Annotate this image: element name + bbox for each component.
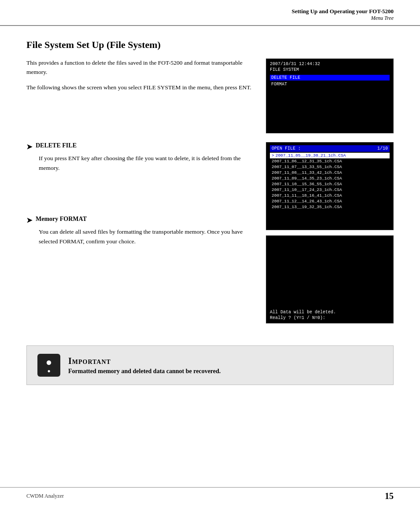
intro-text: This provides a function to delete the f…: [26, 59, 255, 77]
bullet-delete-file: ➤ DELETE FILE If you press ENT key after…: [26, 142, 255, 172]
screen2-file-3: 2007_11_07__13_33_55_1ch.CSA: [270, 164, 390, 170]
important-body: Formatted memory and deleted data cannot…: [68, 368, 383, 375]
screen2-open-label: OPEN FILE :: [272, 146, 301, 151]
screen2-file-9: 2007_11_12__14_26_43_1ch.CSA: [270, 198, 390, 204]
intro-row: This provides a function to delete the f…: [26, 59, 394, 133]
important-icon-inner: ● ●: [46, 357, 52, 374]
screen2-row-selected: > 2007_11_05__19_30_21_1ch.CSA: [270, 153, 390, 158]
header-title: Setting Up and Operating your FOT-5200: [26, 8, 394, 15]
screen2-page: 1/10: [377, 146, 388, 151]
important-title: Important: [68, 356, 383, 366]
screen2-file-10: 2007_11_13__19_32_35_1ch.CSA: [270, 204, 390, 210]
intro-left: This provides a function to delete the f…: [26, 59, 255, 133]
screen1: 2007/10/31 12:44:32 FILE SYSTEM DELETE F…: [266, 59, 394, 133]
important-icon: ● ●: [37, 354, 60, 377]
footer-page: 15: [385, 491, 394, 501]
bullets-left: ➤ DELETE FILE If you press ENT key after…: [26, 142, 255, 323]
screen2-arrow-icon: >: [272, 153, 274, 158]
bullet2-body: You can delete all saved files by format…: [39, 227, 255, 246]
bullet1-body: If you press ENT key after choosing the …: [39, 154, 255, 172]
important-icon-dot: ●: [47, 368, 50, 374]
bullet1-label: DELETE FILE: [36, 142, 77, 149]
screen2-file-2: 2007_11_06__12_31_35_1ch.CSA: [270, 158, 390, 164]
screen2-file-4: 2007_11_08__11_33_42_1ch.CSA: [270, 170, 390, 176]
bullets-and-screens: ➤ DELETE FILE If you press ENT key after…: [26, 142, 394, 323]
important-icon-exclamation: ●: [46, 357, 52, 367]
screen2-header: OPEN FILE : 1/10: [270, 145, 390, 152]
bullet2-label: Memory FORMAT: [36, 216, 87, 223]
main-content: File System Set Up (File System) This pr…: [0, 26, 420, 332]
screen2-file-1: 2007_11_05__19_30_21_1ch.CSA: [276, 153, 346, 158]
important-title-text: Important: [68, 356, 111, 366]
screen3-confirm-line2: Really ? (Y=1 / N=0):: [270, 316, 390, 320]
bullet-memory-format: ➤ Memory FORMAT You can delete all saved…: [26, 216, 255, 246]
screen2-file-7: 2007_11_10__17_24_23_1ch.CSA: [270, 187, 390, 193]
screens-right: OPEN FILE : 1/10 > 2007_11_05__19_30_21_…: [266, 142, 394, 323]
screen1-container: 2007/10/31 12:44:32 FILE SYSTEM DELETE F…: [266, 59, 394, 133]
page-footer: CWDM Analyzer 15: [0, 487, 420, 501]
screen3: All Data will be deleted. Really ? (Y=1 …: [266, 235, 394, 323]
page-header: Setting Up and Operating your FOT-5200 M…: [0, 0, 420, 26]
screen1-datetime: 2007/10/31 12:44:32: [270, 62, 390, 66]
bullet2-header: ➤ Memory FORMAT: [26, 216, 255, 224]
important-text-area: Important Formatted memory and deleted d…: [68, 356, 383, 375]
bullet1-arrow-icon: ➤: [26, 143, 32, 151]
screen1-title: FILE SYSTEM: [270, 67, 390, 72]
bullet2-arrow-icon: ➤: [26, 216, 32, 224]
screen3-confirm-line1: All Data will be deleted.: [270, 310, 390, 315]
screen2: OPEN FILE : 1/10 > 2007_11_05__19_30_21_…: [266, 142, 394, 230]
screen2-file-8: 2007_11_11__18_16_41_1ch.CSA: [270, 193, 390, 198]
header-subtitle: Menu Tree: [26, 15, 394, 22]
bullet1-header: ➤ DELETE FILE: [26, 142, 255, 151]
section-title: File System Set Up (File System): [26, 39, 394, 51]
screen1-item-delete: DELETE FILE: [270, 75, 390, 81]
screen2-file-5: 2007_11_09__14_35_23_1ch.CSA: [270, 176, 390, 181]
footer-product: CWDM Analyzer: [26, 493, 64, 499]
screen1-item-format: FORMAT: [270, 81, 390, 87]
important-box: ● ● Important Formatted memory and delet…: [26, 345, 394, 385]
following-text: The following shows the screen when you …: [26, 83, 255, 92]
screen2-file-6: 2007_11_10__15_36_55_1ch.CSA: [270, 181, 390, 187]
